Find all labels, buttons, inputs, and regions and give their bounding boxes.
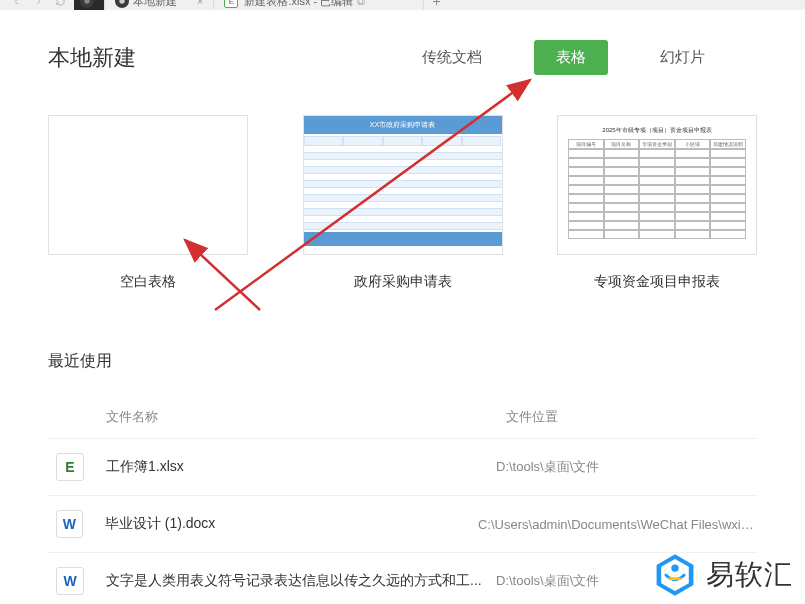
doc-type-slides[interactable]: 幻灯片 <box>638 40 727 75</box>
template-grid: 空白表格 XX市政府采购申请表 政府采购申请表 2025年市级专项（项目）资金项… <box>0 95 805 331</box>
template-fund-application[interactable]: 2025年市级专项（项目）资金项目申报表 项目编号 项目名称 专项资金类别 小区… <box>557 115 757 291</box>
file-icon-word: W <box>56 510 83 538</box>
watermark-logo: 易软汇 <box>652 552 793 598</box>
svg-rect-6 <box>668 577 682 580</box>
template-label: 空白表格 <box>120 273 176 291</box>
thumb-title: 2025年市级专项（项目）资金项目申报表 <box>568 126 746 135</box>
template-thumb: 2025年市级专项（项目）资金项目申报表 项目编号 项目名称 专项资金类别 小区… <box>557 115 757 255</box>
doc-type-spreadsheet[interactable]: 表格 <box>534 40 608 75</box>
file-location: D:\tools\桌面\文件 <box>496 458 599 476</box>
logo-icon <box>652 552 698 598</box>
template-blank[interactable]: 空白表格 <box>48 115 248 291</box>
recent-headers: 文件名称 文件位置 <box>48 400 757 439</box>
template-thumb <box>48 115 248 255</box>
recent-row[interactable]: W 文字是人类用表义符号记录表达信息以传之久远的方式和工... D:\tools… <box>48 553 757 604</box>
svg-point-5 <box>671 564 678 571</box>
file-name: 工作簿1.xlsx <box>106 458 496 476</box>
doc-type-tabs: 传统文档 表格 幻灯片 <box>400 40 727 75</box>
template-thumb: XX市政府采购申请表 <box>303 115 503 255</box>
thumb-title: XX市政府采购申请表 <box>304 116 502 134</box>
file-name: 文字是人类用表义符号记录表达信息以传之久远的方式和工... <box>106 572 496 590</box>
file-icon-word: W <box>56 567 84 595</box>
file-location: C:\Users\admin\Documents\WeChat Files\wx… <box>478 517 757 532</box>
template-label: 专项资金项目申报表 <box>594 273 720 291</box>
template-label: 政府采购申请表 <box>354 273 452 291</box>
doc-type-traditional[interactable]: 传统文档 <box>400 40 504 75</box>
watermark-text: 易软汇 <box>706 556 793 594</box>
recent-row[interactable]: W 毕业设计 (1).docx C:\Users\admin\Documents… <box>48 496 757 553</box>
col-location: 文件位置 <box>506 408 757 426</box>
file-name: 毕业设计 (1).docx <box>105 515 478 533</box>
recent-title: 最近使用 <box>48 351 757 372</box>
template-gov-purchase[interactable]: XX市政府采购申请表 政府采购申请表 <box>303 115 503 291</box>
recent-row[interactable]: E 工作簿1.xlsx D:\tools\桌面\文件 <box>48 439 757 496</box>
col-filename: 文件名称 <box>106 408 506 426</box>
page-title: 本地新建 <box>48 43 136 73</box>
file-icon-excel: E <box>56 453 84 481</box>
file-location: D:\tools\桌面\文件 <box>496 572 599 590</box>
